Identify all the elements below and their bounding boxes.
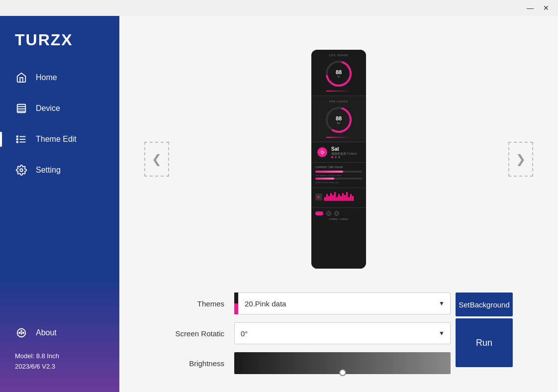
close-button[interactable]: ✕: [538, 0, 554, 16]
themes-select-wrapper: 20.Pink data ▼: [234, 293, 451, 314]
bottom-widget: ♡ ↻ UI 888Kbr · UI 888Kbr: [311, 208, 366, 269]
sidebar-item-setting-label: Setting: [36, 166, 61, 175]
svg-point-7: [16, 136, 18, 137]
time-widget: Sat 感谢您使用 TURZX: [311, 142, 366, 163]
sidebar-footer: About Model: 8.8 Inch 2023/6/6 V2.3: [0, 311, 119, 382]
stats-widget: CURRENT TMR USAGE This software is only …: [311, 163, 366, 188]
svg-point-8: [16, 139, 18, 140]
about-icon: [15, 326, 28, 339]
cpu-widget: CPU USAGE 88 %: [311, 50, 366, 96]
fps-value: 88: [336, 115, 342, 121]
sidebar-item-device-label: Device: [36, 104, 60, 113]
music-widget: [311, 188, 366, 208]
sidebar-item-theme-edit-label: Theme Edit: [36, 135, 77, 144]
cpu-gauge: 88 %: [324, 59, 354, 89]
setting-icon: [15, 164, 28, 177]
sidebar-item-about-label: About: [36, 328, 57, 337]
screen-rotatic-select[interactable]: 0° 90° 180° 270°: [234, 322, 451, 344]
model-text: Model: 8.8 Inch: [15, 351, 104, 362]
app-body: TURZX Home: [0, 16, 558, 392]
themes-row: Themes 20.Pink data ▼: [165, 293, 451, 314]
slider-handle[interactable]: [339, 369, 346, 376]
set-background-button[interactable]: SetBackground: [456, 293, 513, 316]
bottom-text: UI 888Kbr · UI 888Kbr: [315, 218, 362, 220]
theme-edit-icon: [15, 133, 28, 146]
version-text: 2023/6/6 V2.3: [15, 362, 104, 372]
controls-panel: Themes 20.Pink data ▼ Screen Rotatic: [165, 293, 513, 382]
svg-point-10: [20, 169, 23, 172]
stats-text1: This software is only for demo: [315, 174, 362, 177]
fps-unit: fps: [336, 121, 342, 124]
theme-color-bar: [234, 293, 238, 314]
themes-label: Themes: [165, 299, 224, 308]
svg-marker-29: [318, 196, 320, 198]
time-sub: 感谢您使用 TURZX: [331, 152, 360, 156]
prev-arrow-button[interactable]: ❮: [144, 142, 169, 177]
svg-line-26: [324, 154, 324, 154]
sidebar-item-about[interactable]: About: [15, 321, 104, 344]
run-button[interactable]: Run: [456, 318, 513, 367]
app-logo: TURZX: [0, 26, 119, 64]
mini-icon1: ♡: [326, 211, 331, 216]
sidebar-nav: Home Device: [0, 64, 119, 311]
home-icon: [15, 71, 28, 84]
sidebar-item-device[interactable]: Device: [0, 95, 119, 122]
stats-text2: purposes and testing only.: [315, 181, 362, 184]
time-dots: [331, 156, 360, 158]
phone-preview: CPU USAGE 88 %: [311, 50, 366, 269]
sidebar-item-setting[interactable]: Setting: [0, 157, 119, 184]
cpu-value: 88: [336, 69, 342, 75]
sidebar-item-theme-edit[interactable]: Theme Edit: [0, 126, 119, 153]
sidebar-item-home-label: Home: [36, 73, 57, 82]
time-info: Sat 感谢您使用 TURZX: [331, 146, 360, 158]
screen-rotatic-row: Screen Rotatic 0° 90° 180° 270° ▼: [165, 322, 451, 344]
device-icon: [15, 102, 28, 115]
svg-point-14: [19, 332, 20, 334]
cpu-widget-title: CPU USAGE: [329, 54, 348, 57]
action-buttons: SetBackground Run: [456, 293, 513, 367]
mini-toggle1: [315, 211, 323, 215]
preview-area: ❮ CPU USAGE 88 %: [129, 26, 548, 293]
svg-point-9: [16, 141, 18, 143]
screen-rotatic-label: Screen Rotatic: [165, 329, 224, 338]
next-arrow-button[interactable]: ❯: [508, 142, 533, 177]
cpu-unit: %: [336, 75, 342, 78]
model-info: Model: 8.8 Inch 2023/6/6 V2.3: [15, 351, 104, 372]
svg-point-22: [321, 151, 324, 154]
minimize-button[interactable]: —: [522, 0, 538, 16]
themes-select[interactable]: 20.Pink data: [234, 293, 451, 314]
fps-widget: FPS USAGE 88 fps: [311, 96, 366, 142]
left-arrow-icon: ❮: [152, 152, 162, 166]
brightness-label: Brightness: [165, 359, 224, 368]
brightness-row: Brightness: [165, 352, 451, 374]
screen-rotatic-select-wrapper: 0° 90° 180° 270° ▼: [234, 322, 451, 344]
music-bars: [324, 191, 354, 201]
fps-gauge: 88 fps: [324, 105, 354, 135]
mini-icon2: ↻: [334, 211, 339, 216]
toggle-row: ♡ ↻: [315, 211, 362, 216]
right-arrow-icon: ❯: [516, 152, 526, 166]
brightness-slider[interactable]: [234, 352, 451, 374]
sidebar-item-home[interactable]: Home: [0, 64, 119, 91]
sidebar: TURZX Home: [0, 16, 119, 392]
time-icon: [317, 147, 327, 157]
time-day: Sat: [331, 146, 360, 152]
svg-line-25: [320, 150, 321, 151]
title-bar: — ✕: [0, 0, 558, 16]
fps-widget-title: FPS USAGE: [329, 100, 348, 103]
content-area: ❮ CPU USAGE 88 %: [119, 16, 558, 392]
svg-point-12: [21, 331, 22, 332]
svg-point-15: [22, 332, 24, 334]
controls-main: Themes 20.Pink data ▼ Screen Rotatic: [165, 293, 451, 382]
stats-title: CURRENT TMR USAGE: [315, 166, 362, 169]
